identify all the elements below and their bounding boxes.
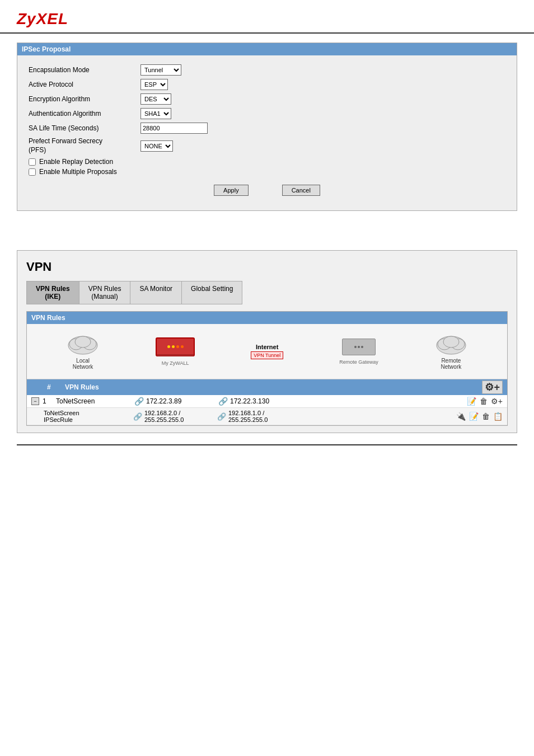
page-divider [17, 444, 517, 445]
encapsulation-mode-select[interactable]: Tunnel Transport [140, 64, 181, 76]
tab-vpn-rules-ike[interactable]: VPN Rules(IKE) [26, 281, 79, 304]
sub-local-icon: 🔗 [133, 412, 142, 421]
pfs-label: Prefect Forward Secrecy (PFS) [29, 137, 140, 154]
enable-replay-row: Enable Replay Detection [29, 158, 505, 166]
remote-network-cloud-icon [434, 333, 468, 355]
sub-log-icon[interactable]: 📋 [493, 412, 503, 421]
svg-point-7 [443, 336, 459, 348]
local-addr-value: 172.22.3.89 [146, 397, 181, 405]
table-row: − 1 ToNetScreen 🔗 172.22.3.89 🔗 172.22.3… [27, 395, 507, 408]
pfs-row: Prefect Forward Secrecy (PFS) NONE DH1 D… [29, 137, 505, 154]
encryption-algorithm-label: Encryption Algorithm [29, 95, 140, 103]
rule-name-cell: ToNetScreen [56, 397, 134, 405]
name-col-header: VPN Rules [65, 383, 99, 391]
remote-addr-cell: 🔗 172.22.3.130 [218, 397, 302, 406]
enable-multiple-checkbox[interactable] [29, 168, 36, 176]
edit-icon[interactable]: 📝 [467, 397, 476, 406]
vpn-panel: VPN VPN Rules(IKE) VPN Rules(Manual) SA … [17, 250, 517, 433]
remote-addr-icon: 🔗 [218, 397, 228, 406]
vpn-rules-panel: VPN Rules LocalNetwork [26, 311, 508, 426]
auth-algorithm-row: Authentication Algorithm SHA1 MD5 NULL [29, 108, 505, 119]
cancel-button[interactable]: Cancel [282, 185, 320, 196]
vpn-tabs: VPN Rules(IKE) VPN Rules(Manual) SA Moni… [26, 281, 508, 304]
encryption-algorithm-select[interactable]: DES 3DES AES [140, 93, 171, 105]
sub-delete-icon[interactable]: 🗑 [482, 412, 490, 421]
sub-edit-icon[interactable]: 📝 [469, 412, 479, 421]
my-zywall-label: My ZyWALL [162, 360, 189, 366]
internet-label: Internet [256, 344, 278, 350]
delete-icon[interactable]: 🗑 [480, 397, 488, 406]
sub-row-actions: 🔌 📝 🗑 📋 [301, 412, 503, 421]
enable-multiple-label: Enable Multiple Proposals [39, 168, 117, 176]
sub-rule-name-cell: ToNetScreenIPSecRule [44, 410, 133, 423]
encapsulation-mode-label: Encapsulation Mode [29, 66, 140, 74]
sub-remote-addr-cell: 🔗 192.168.1.0 /255.255.255.0 [217, 410, 301, 423]
my-zywall-item: My ZyWALL [156, 337, 195, 366]
auth-algorithm-label: Authentication Algorithm [29, 110, 140, 118]
add-rule-icon: ⚙+ [482, 381, 503, 394]
active-protocol-select[interactable]: ESP AH [140, 79, 168, 90]
remote-gateway-icon [342, 339, 376, 355]
pfs-select[interactable]: NONE DH1 DH2 [140, 140, 173, 152]
expand-button[interactable]: − [31, 397, 39, 405]
remote-gateway-label: Remote Gateway [339, 359, 378, 365]
enable-replay-checkbox[interactable] [29, 158, 36, 166]
sub-remote-addr: 192.168.1.0 /255.255.255.0 [228, 410, 268, 423]
expand-cell: − [31, 397, 43, 405]
page-header: ZyXEL [0, 0, 534, 34]
local-network-item: LocalNetwork [66, 333, 100, 370]
local-network-cloud-icon [66, 333, 100, 355]
sa-lifetime-input[interactable] [140, 123, 208, 134]
active-protocol-row: Active Protocol ESP AH [29, 79, 505, 90]
remote-gateway-item: Remote Gateway [339, 339, 378, 365]
tab-vpn-rules-manual[interactable]: VPN Rules(Manual) [79, 281, 131, 304]
ipsec-button-row: Apply Cancel [29, 185, 505, 201]
sa-lifetime-label: SA Life Time (Seconds) [29, 124, 140, 132]
vpn-title: VPN [26, 260, 508, 274]
enable-replay-label: Enable Replay Detection [39, 158, 113, 166]
tab-global-setting[interactable]: Global Setting [182, 281, 242, 304]
table-row-sub: ToNetScreenIPSecRule 🔗 192.168.2.0 /255.… [27, 408, 507, 425]
vpn-rules-title: VPN Rules [27, 312, 507, 324]
enable-multiple-row: Enable Multiple Proposals [29, 168, 505, 176]
router-icon [156, 337, 195, 356]
auth-algorithm-select[interactable]: SHA1 MD5 NULL [140, 108, 171, 119]
num-col-header: # [47, 383, 60, 391]
ipsec-proposal-panel: IPSec Proposal Encapsulation Mode Tunnel… [17, 43, 517, 211]
encapsulation-mode-row: Encapsulation Mode Tunnel Transport [29, 64, 505, 76]
active-protocol-label: Active Protocol [29, 81, 140, 88]
vpn-table-header: # VPN Rules ⚙+ [27, 379, 507, 395]
encryption-algorithm-row: Encryption Algorithm DES 3DES AES [29, 93, 505, 105]
sub-local-addr: 192.168.2.0 /255.255.255.0 [144, 410, 184, 423]
internet-section: Internet VPN Tunnel [251, 344, 283, 359]
ipsec-proposal-title: IPSec Proposal [17, 43, 517, 55]
vpn-tunnel-label: VPN Tunnel [251, 351, 283, 359]
sa-lifetime-row: SA Life Time (Seconds) [29, 123, 505, 134]
tab-sa-monitor[interactable]: SA Monitor [130, 281, 182, 304]
ipsec-proposal-body: Encapsulation Mode Tunnel Transport Acti… [17, 55, 517, 210]
sub-local-addr-cell: 🔗 192.168.2.0 /255.255.255.0 [133, 410, 217, 423]
apply-button[interactable]: Apply [214, 185, 249, 196]
sub-remote-icon: 🔗 [217, 412, 226, 421]
local-addr-cell: 🔗 172.22.3.89 [134, 397, 218, 406]
row-actions: 📝 🗑 ⚙+ [302, 397, 503, 406]
remote-network-label: RemoteNetwork [441, 358, 462, 370]
local-network-label: LocalNetwork [73, 358, 93, 370]
connect-icon[interactable]: 🔌 [456, 412, 466, 421]
remote-network-item: RemoteNetwork [434, 333, 468, 370]
add-rule-button[interactable]: ⚙+ [482, 381, 503, 393]
row-num-cell: 1 [43, 397, 56, 405]
vpn-diagram: LocalNetwork My ZyWALL Internet [27, 324, 507, 379]
zyxel-logo: ZyXEL [17, 10, 517, 28]
settings-icon[interactable]: ⚙+ [491, 397, 503, 406]
remote-addr-value: 172.22.3.130 [230, 397, 269, 405]
vpn-table-header-left: # VPN Rules [31, 383, 99, 391]
svg-point-3 [75, 336, 91, 348]
local-addr-icon: 🔗 [134, 397, 144, 406]
